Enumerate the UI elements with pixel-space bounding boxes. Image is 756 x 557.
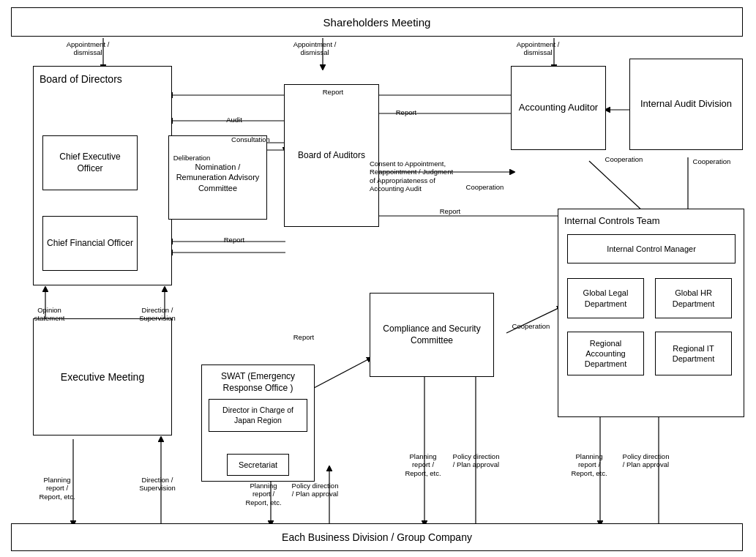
nomination-box: Nomination / Remuneration Advisory Commi… [168, 135, 267, 220]
diagram-container: Shareholders Meeting Board of Directors … [0, 0, 756, 557]
appt-dismissal-label-2: Appointment / dismissal [289, 40, 340, 57]
global-legal-label: Global Legal Department [571, 288, 640, 309]
global-hr-label: Global HR Department [659, 288, 728, 309]
cfo-box: Chief Financial Officer [42, 216, 138, 271]
appt-dismissal-label-1: Appointment / dismissal [62, 40, 113, 57]
report-label-2: Report [388, 108, 424, 116]
consent-label: Consent to Appointment, Reappointment / … [370, 160, 457, 193]
report-label-1: Report [315, 88, 351, 96]
regional-it-box: Regional IT Department [655, 332, 732, 375]
audit-label: Audit [216, 116, 252, 124]
report-label-5: Report [285, 333, 322, 341]
regional-accounting-box: Regional Accounting Department [567, 332, 644, 375]
appt-dismissal-label-3: Appointment / dismissal [512, 40, 564, 57]
executive-meeting-box: Executive Meeting [33, 318, 172, 435]
ceo-box: Chief Executive Officer [42, 135, 138, 190]
executive-meeting-label: Executive Meeting [61, 370, 144, 384]
ceo-label: Chief Executive Officer [46, 152, 134, 174]
cfo-label: Chief Financial Officer [47, 238, 133, 250]
accounting-auditor-label: Accounting Auditor [519, 102, 598, 114]
internal-audit-label: Internal Audit Division [640, 98, 732, 111]
internal-audit-box: Internal Audit Division [629, 59, 743, 150]
cooperation-label-1: Cooperation [600, 155, 648, 163]
global-legal-box: Global Legal Department [567, 278, 644, 318]
opinion-label: Opinion statement [29, 306, 70, 323]
board-of-directors-label: Board of Directors [40, 72, 122, 86]
svg-line-14 [589, 161, 644, 212]
direction-label-1: Direction / Supervision [135, 306, 179, 323]
internal-control-manager-box: Internal Control Manager [567, 234, 736, 263]
compliance-box: Compliance and Security Committee [370, 293, 494, 377]
cooperation-label-3: Cooperation [461, 183, 509, 191]
planning-label-1: Planning report / Report, etc. [242, 482, 285, 506]
accounting-auditor-box: Accounting Auditor [511, 66, 606, 150]
global-hr-box: Global HR Department [655, 278, 732, 318]
report-label-4: Report [216, 236, 252, 244]
director-japan-label: Director in Charge of Japan Region [212, 405, 304, 425]
deliberation-label: Deliberation [170, 154, 214, 162]
shareholders-meeting-box: Shareholders Meeting [11, 7, 743, 37]
cooperation-compliance-label: Cooperation [507, 322, 555, 330]
report-label-3: Report [432, 207, 468, 215]
regional-accounting-label: Regional Accounting Department [571, 338, 640, 370]
planning-label-3: Planning report / Report, etc. [567, 452, 611, 477]
direction-label-2: Direction / Supervision [135, 476, 179, 493]
compliance-label: Compliance and Security Committee [373, 324, 490, 346]
internal-controls-label: Internal Controls Team [564, 215, 660, 228]
director-japan-box: Director in Charge of Japan Region [209, 399, 307, 432]
board-auditors-box: Board of Auditors [284, 84, 379, 227]
regional-it-label: Regional IT Department [659, 343, 728, 365]
each-business-label: Each Business Division / Group Company [282, 531, 472, 543]
policy-label-2: Policy direction / Plan approval [452, 452, 500, 469]
secretariat-box: Secretariat [227, 454, 289, 476]
nomination-label: Nomination / Remuneration Advisory Commi… [172, 162, 263, 193]
policy-label-3: Policy direction / Plan approval [622, 452, 670, 469]
cooperation-label-2: Cooperation [688, 157, 736, 165]
swat-label: SWAT (Emergency Response Office ) [208, 371, 308, 394]
internal-control-manager-label: Internal Control Manager [607, 244, 696, 254]
board-auditors-label: Board of Auditors [298, 150, 365, 162]
consultation-label: Consultation [227, 135, 274, 143]
policy-label-1: Policy direction / Plan approval [291, 482, 339, 498]
planning-exec-label: Planning report / Report, etc. [35, 476, 79, 501]
each-business-box: Each Business Division / Group Company [11, 523, 743, 551]
secretariat-label: Secretariat [239, 460, 277, 470]
shareholders-meeting-label: Shareholders Meeting [323, 16, 431, 29]
planning-label-2: Planning report / Report, etc. [401, 452, 445, 477]
